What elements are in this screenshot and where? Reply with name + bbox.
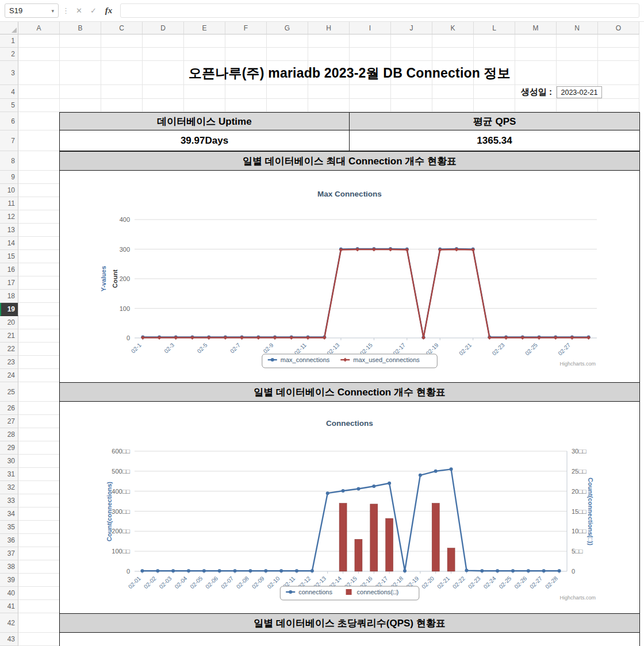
svg-text:02-26: 02-26 xyxy=(513,575,528,590)
row-header-20[interactable]: 20 xyxy=(0,316,18,329)
row-header-9[interactable]: 9 xyxy=(0,171,18,184)
row-header-30[interactable]: 30 xyxy=(0,455,18,468)
grid-row xyxy=(18,48,639,61)
row-header-41[interactable]: 41 xyxy=(0,600,18,613)
row-header-42[interactable]: 42 xyxy=(0,613,18,633)
svg-text:02-28: 02-28 xyxy=(544,575,559,590)
column-header-H[interactable]: H xyxy=(308,22,350,34)
row-header-14[interactable]: 14 xyxy=(0,237,18,250)
qps-value-cell[interactable]: 1365.34 xyxy=(350,130,639,151)
insert-function-icon[interactable]: fx xyxy=(102,6,116,16)
svg-text:02-9: 02-9 xyxy=(262,341,275,354)
column-header-E[interactable]: E xyxy=(184,22,225,34)
column-header-C[interactable]: C xyxy=(101,22,143,34)
report-title[interactable]: 오픈나루(주) mariadb 2023-2월 DB Connection 정보 xyxy=(60,61,639,85)
section-header-max-connections[interactable]: 일별 데이터베이스 최대 Connection 개수 현황표 xyxy=(59,151,640,171)
row-header-8[interactable]: 8 xyxy=(0,151,18,171)
row-header-1[interactable]: 1 xyxy=(0,34,18,48)
row-header-10[interactable]: 10 xyxy=(0,184,18,197)
row-header-15[interactable]: 15 xyxy=(0,250,18,263)
row-headers: 1234567891011121314151617181920212223242… xyxy=(0,34,18,646)
svg-text:Count(connections(□)): Count(connections(□)) xyxy=(587,478,594,545)
chart-legend[interactable]: connectionsconnections(□) xyxy=(280,586,419,600)
row-header-6[interactable]: 6 xyxy=(0,112,18,130)
row-header-43[interactable]: 43 xyxy=(0,633,18,646)
svg-text:02-24: 02-24 xyxy=(482,575,497,590)
column-header-I[interactable]: I xyxy=(350,22,391,34)
section-header-connections[interactable]: 일별 데이터베이스 Connection 개수 현황표 xyxy=(59,382,640,402)
column-header-A[interactable]: A xyxy=(18,22,60,34)
row-header-5[interactable]: 5 xyxy=(0,99,18,112)
row-header-11[interactable]: 11 xyxy=(0,197,18,210)
svg-text:100: 100 xyxy=(120,305,130,312)
formula-input[interactable] xyxy=(120,3,639,18)
column-header-J[interactable]: J xyxy=(391,22,432,34)
svg-text:Max Connections: Max Connections xyxy=(317,190,382,198)
row-header-29[interactable]: 29 xyxy=(0,441,18,455)
qps-header-cell[interactable]: 평균 QPS xyxy=(350,113,639,130)
created-date-value[interactable]: 2023-02-21 xyxy=(557,86,602,98)
column-header-K[interactable]: K xyxy=(432,22,474,34)
row-header-31[interactable]: 31 xyxy=(0,468,18,481)
row-header-2[interactable]: 2 xyxy=(0,48,18,61)
chevron-down-icon[interactable]: ▾ xyxy=(51,8,54,14)
column-header-B[interactable]: B xyxy=(60,22,101,34)
row-header-17[interactable]: 17 xyxy=(0,276,18,290)
svg-text:connections: connections xyxy=(298,589,332,595)
svg-text:02-10: 02-10 xyxy=(266,575,281,590)
svg-text:max_used_connections: max_used_connections xyxy=(353,356,420,363)
row-header-22[interactable]: 22 xyxy=(0,343,18,356)
row-header-26[interactable]: 26 xyxy=(0,402,18,415)
column-header-L[interactable]: L xyxy=(474,22,515,34)
row-header-3[interactable]: 3 xyxy=(0,61,18,85)
max-connections-chart[interactable]: 010020030040002-102-302-502-702-902-1102… xyxy=(59,171,640,382)
row-header-4[interactable]: 4 xyxy=(0,85,18,99)
column-header-D[interactable]: D xyxy=(143,22,184,34)
grid[interactable]: 오픈나루(주) mariadb 2023-2월 DB Connection 정보… xyxy=(18,34,644,646)
svg-text:02-20: 02-20 xyxy=(420,575,435,590)
row-header-37[interactable]: 37 xyxy=(0,547,18,560)
svg-text:02-02: 02-02 xyxy=(143,575,158,590)
row-header-39[interactable]: 39 xyxy=(0,574,18,587)
row-header-23[interactable]: 23 xyxy=(0,356,18,369)
row-header-28[interactable]: 28 xyxy=(0,428,18,441)
created-date-label[interactable]: 생성일 : xyxy=(421,86,552,98)
grid-row xyxy=(18,99,639,112)
row-header-33[interactable]: 33 xyxy=(0,494,18,507)
svg-text:02-04: 02-04 xyxy=(174,575,189,590)
row-header-7[interactable]: 7 xyxy=(0,130,18,151)
select-all-triangle-icon xyxy=(12,28,17,33)
column-header-N[interactable]: N xyxy=(557,22,598,34)
column-header-M[interactable]: M xyxy=(515,22,557,34)
row-header-32[interactable]: 32 xyxy=(0,481,18,494)
row-header-19[interactable]: 19 xyxy=(0,303,18,316)
row-header-40[interactable]: 40 xyxy=(0,587,18,600)
row-header-24[interactable]: 24 xyxy=(0,369,18,382)
row-header-12[interactable]: 12 xyxy=(0,210,18,224)
connections-chart[interactable]: 0100□□200□□300□□400□□500□□600□□05□□10□□1… xyxy=(59,402,640,613)
row-header-13[interactable]: 13 xyxy=(0,224,18,237)
cancel-icon[interactable]: ✕ xyxy=(73,6,85,15)
row-header-21[interactable]: 21 xyxy=(0,329,18,343)
row-header-36[interactable]: 36 xyxy=(0,534,18,547)
name-box[interactable]: S19 ▾ xyxy=(5,3,59,18)
row-header-34[interactable]: 34 xyxy=(0,507,18,521)
uptime-header-cell[interactable]: 데이터베이스 Uptime xyxy=(60,113,350,130)
confirm-icon[interactable]: ✓ xyxy=(87,6,99,15)
svg-text:02-08: 02-08 xyxy=(235,575,250,590)
uptime-value-cell[interactable]: 39.97Days xyxy=(60,130,350,151)
row-header-16[interactable]: 16 xyxy=(0,263,18,276)
select-all-corner[interactable] xyxy=(0,22,18,34)
row-header-27[interactable]: 27 xyxy=(0,415,18,428)
column-header-F[interactable]: F xyxy=(225,22,267,34)
row-header-35[interactable]: 35 xyxy=(0,521,18,534)
chart-legend[interactable]: max_connectionsmax_used_connections xyxy=(262,354,438,368)
svg-text:25□□: 25□□ xyxy=(572,468,586,475)
column-header-O[interactable]: O xyxy=(598,22,639,34)
section-header-qps[interactable]: 일별 데이터베이스 초당쿼리수(QPS) 현황표 xyxy=(59,613,640,633)
row-header-25[interactable]: 25 xyxy=(0,382,18,402)
column-header-G[interactable]: G xyxy=(267,22,308,34)
svg-text:Highcharts.com: Highcharts.com xyxy=(559,595,596,601)
row-header-38[interactable]: 38 xyxy=(0,560,18,574)
row-header-18[interactable]: 18 xyxy=(0,290,18,303)
